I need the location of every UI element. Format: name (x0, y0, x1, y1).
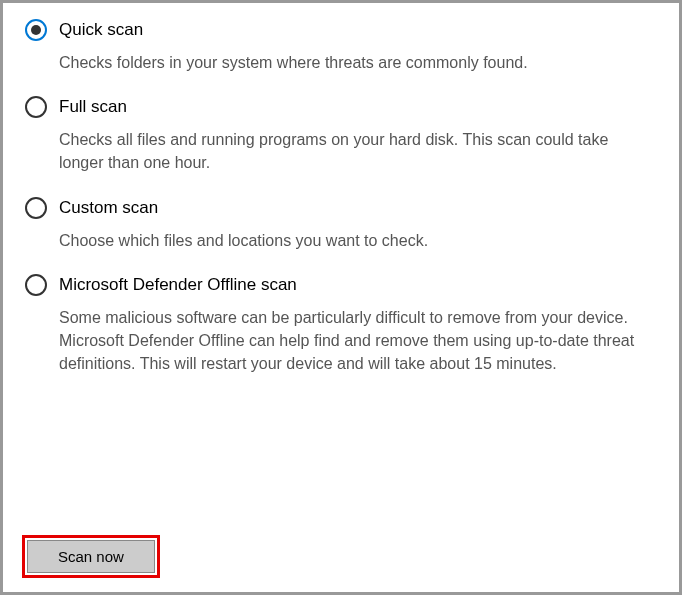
scan-now-button[interactable]: Scan now (27, 540, 155, 573)
radio-selected-icon (31, 25, 41, 35)
option-title-custom-scan: Custom scan (59, 198, 158, 218)
radio-quick-scan[interactable] (25, 19, 47, 41)
option-title-offline-scan: Microsoft Defender Offline scan (59, 275, 297, 295)
option-desc-full-scan: Checks all files and running programs on… (59, 128, 649, 174)
option-full-scan: Full scan Checks all files and running p… (25, 96, 657, 174)
option-desc-quick-scan: Checks folders in your system where thre… (59, 51, 649, 74)
option-desc-custom-scan: Choose which files and locations you wan… (59, 229, 649, 252)
option-custom-scan: Custom scan Choose which files and locat… (25, 197, 657, 252)
option-title-quick-scan: Quick scan (59, 20, 143, 40)
radio-full-scan[interactable] (25, 96, 47, 118)
radio-offline-scan[interactable] (25, 274, 47, 296)
option-quick-scan: Quick scan Checks folders in your system… (25, 19, 657, 74)
scan-now-highlight: Scan now (22, 535, 160, 578)
scan-options-panel: Quick scan Checks folders in your system… (0, 0, 682, 595)
option-desc-offline-scan: Some malicious software can be particula… (59, 306, 649, 376)
option-offline-scan: Microsoft Defender Offline scan Some mal… (25, 274, 657, 376)
option-title-full-scan: Full scan (59, 97, 127, 117)
radio-custom-scan[interactable] (25, 197, 47, 219)
